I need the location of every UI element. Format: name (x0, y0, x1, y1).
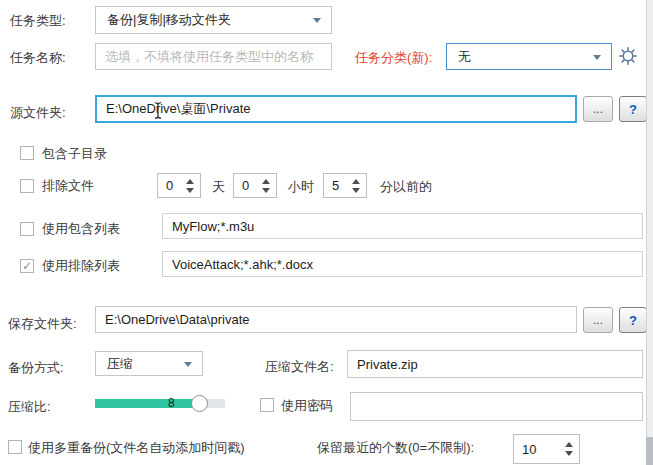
chevron-down-icon (313, 18, 321, 23)
password-input[interactable] (350, 392, 643, 421)
include-list-input[interactable] (162, 213, 643, 239)
task-type-label: 任务类型: (10, 13, 66, 28)
chevron-down-icon (593, 55, 601, 60)
stepper-arrows-icon[interactable] (182, 179, 200, 193)
multi-backup-checkbox[interactable] (8, 440, 22, 454)
minutes-suffix-label: 分以前的 (380, 179, 432, 194)
use-password-checkbox[interactable] (260, 398, 274, 412)
check-icon: ✓ (22, 259, 32, 273)
task-name-input[interactable] (95, 43, 332, 70)
include-subdirs-label: 包含子目录 (42, 146, 107, 161)
hours-stepper[interactable]: 0 (233, 173, 277, 198)
minutes-stepper[interactable]: 5 (323, 173, 367, 198)
exclude-list-input[interactable] (162, 251, 643, 277)
hours-value: 0 (234, 178, 258, 193)
source-help-button[interactable]: ? (619, 96, 647, 122)
include-list-checkbox[interactable] (20, 222, 34, 236)
vertical-scrollbar[interactable] (646, 0, 653, 465)
compression-value: 8 (168, 396, 175, 410)
exclude-old-checkbox[interactable] (20, 179, 34, 193)
stepper-arrows-icon[interactable] (258, 179, 276, 193)
minutes-value: 5 (324, 178, 348, 193)
include-list-label: 使用包含列表 (42, 221, 120, 236)
keep-count-label: 保留最近的个数(0=不限制): (317, 440, 474, 455)
include-subdirs-checkbox[interactable] (20, 146, 34, 160)
text-cursor-pointer (152, 101, 164, 120)
compression-label: 压缩比: (8, 399, 51, 414)
zip-name-label: 压缩文件名: (265, 359, 334, 374)
save-folder-input[interactable] (95, 306, 577, 333)
keep-count-stepper[interactable]: 10 (513, 434, 580, 464)
save-folder-label: 保存文件夹: (8, 316, 77, 331)
task-name-label: 任务名称: (10, 50, 66, 65)
compression-slider-thumb[interactable] (191, 395, 208, 412)
days-value: 0 (158, 178, 182, 193)
exclude-list-label: 使用排除列表 (42, 258, 120, 273)
scrollbar-thumb[interactable] (646, 437, 653, 465)
exclude-old-label: 排除文件 (42, 178, 94, 193)
backup-method-dropdown[interactable]: 压缩 (95, 351, 203, 376)
zip-name-input[interactable] (347, 350, 643, 378)
backup-method-value: 压缩 (107, 355, 133, 373)
save-browse-button[interactable]: ... (583, 307, 613, 333)
gear-icon[interactable] (617, 45, 639, 67)
exclude-list-checkbox[interactable]: ✓ (20, 259, 34, 273)
backup-method-label: 备份方式: (8, 360, 64, 375)
source-browse-button[interactable]: ... (583, 96, 613, 122)
days-unit-label: 天 (212, 179, 225, 194)
task-type-dropdown[interactable]: 备份|复制|移动文件夹 (95, 6, 332, 34)
source-folder-input[interactable] (95, 95, 577, 123)
use-password-label: 使用密码 (281, 398, 333, 413)
backup-task-form: 任务类型: 备份|复制|移动文件夹 任务名称: 任务分类(新): 无 源文件夹:… (0, 0, 653, 465)
keep-count-value: 10 (514, 442, 561, 457)
hours-unit-label: 小时 (288, 179, 314, 194)
task-category-label: 任务分类(新): (355, 50, 432, 65)
task-category-dropdown[interactable]: 无 (446, 43, 612, 70)
task-type-value: 备份|复制|移动文件夹 (107, 11, 231, 29)
stepper-arrows-icon[interactable] (561, 442, 579, 456)
multi-backup-label: 使用多重备份(文件名自动添加时间戳) (28, 440, 245, 455)
source-folder-label: 源文件夹: (10, 105, 66, 120)
days-stepper[interactable]: 0 (157, 173, 201, 198)
task-category-value: 无 (458, 48, 471, 66)
stepper-arrows-icon[interactable] (348, 179, 366, 193)
chevron-down-icon (184, 362, 192, 367)
save-help-button[interactable]: ? (619, 307, 647, 333)
